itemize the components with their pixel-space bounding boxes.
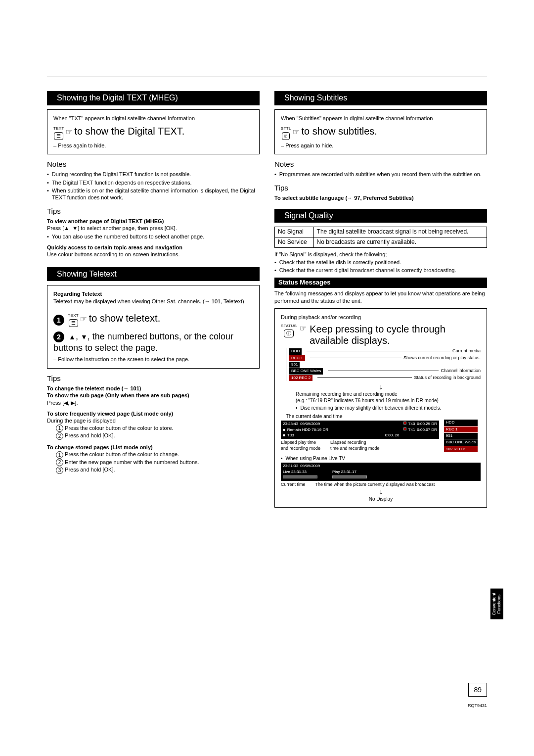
press-finger-icon: ☜ (300, 324, 307, 334)
subtitles-intro: When "Subtitles" appears in digital sate… (281, 115, 481, 122)
tip-heading: To select subtitle language (→ 97, Prefe… (274, 194, 487, 201)
heading-text: Showing Subtitles (284, 94, 347, 102)
osd-label: Channel information (441, 368, 481, 374)
step-2-badge: 2 (53, 331, 64, 342)
status-box: During playback and/or recording STATUS … (274, 308, 487, 508)
subtitles-hide: – Press again to hide. (281, 142, 481, 149)
press-finger-icon: ☜ (80, 314, 87, 325)
down-icon: ▼ (81, 333, 88, 341)
mheg-intro: When "TXT" appears in digital satellite … (53, 115, 253, 122)
osd-label: Shows current recording or play status. (403, 355, 481, 361)
tip-heading: Quickly access to certain topic areas an… (47, 244, 260, 251)
follow-text: – Follow the instruction on the screen t… (53, 356, 253, 363)
remain-note: Remaining recording time and recording m… (296, 391, 481, 404)
mheg-box: When "TXT" appears in digital satellite … (47, 109, 260, 154)
circle-2-icon: 2 (56, 459, 63, 466)
press-finger-icon: ☜ (66, 127, 73, 138)
tips-heading: Tips (47, 374, 260, 383)
table-cell: No Service (275, 237, 314, 247)
up-icon: ▲ (69, 333, 76, 341)
disc-note: Disc remaining time may slightly differ … (296, 405, 481, 411)
osd3-bar: 23:31:3309/09/2009 Live 23:31.33 Play 23… (281, 463, 481, 481)
numbered-step: 1 Press the colour button of the colour … (47, 425, 260, 432)
button-label-text: TEXT (68, 313, 79, 318)
circle-1-icon: 1 (56, 451, 63, 459)
note-item: During recording the Digital TEXT functi… (47, 171, 260, 178)
note-item: Programmes are recorded with subtitles w… (274, 171, 487, 178)
osd-chip-channelname: BBC ONE Wales (444, 439, 478, 445)
osd-chip-rec2: 102 REC 2 (444, 446, 478, 452)
status-messages-heading: Status Messages (274, 278, 487, 288)
signal-after: If "No Signal" is displayed, check the f… (274, 251, 487, 258)
osd-chip-channel: 951 (444, 433, 478, 439)
heading-text: Showing Teletext (57, 270, 117, 278)
tip-body: Press [◀, ▶]. (47, 399, 260, 406)
side-tab: Convenient Functions (490, 589, 503, 619)
tips-heading: Tips (47, 206, 260, 216)
osd-chip-channel: 951 (289, 362, 300, 368)
table-row: No Service No broadcasts are currently a… (275, 237, 487, 247)
circle-2-icon: 2 (56, 432, 63, 440)
status-intro: The following messages and displays appe… (274, 290, 487, 304)
table-cell: No broadcasts are currently available. (313, 237, 487, 247)
step1-text: to show teletext. (89, 313, 161, 324)
page-number: 89 (468, 683, 487, 697)
step2-row: 2 ▲, ▼, the numbered buttons, or the col… (53, 331, 253, 354)
note-item: The Digital TEXT function depends on res… (47, 179, 260, 186)
subtitles-action: to show subtitles. (301, 126, 377, 137)
teletext-box: Regarding Teletext Teletext may be displ… (47, 285, 260, 368)
table-cell: The digital satellite broadcast signal i… (313, 227, 487, 237)
signal-bullet: Check that the satellite dish is correct… (274, 259, 487, 266)
during-text: During playback and/or recording (281, 314, 481, 321)
tip-heading: To change stored pages (List mode only) (47, 444, 260, 451)
heading-text: Showing the Digital TEXT (MHEG) (57, 94, 178, 102)
osd2-wrap: 23:28:4309/09/2009 ■Remain HDD 76:19 DR … (281, 420, 481, 452)
section-heading-mheg: Showing the Digital TEXT (MHEG) (47, 91, 260, 105)
tip-body: Use colour buttons according to on-scree… (47, 251, 260, 258)
osd-chip-hdd: HDD (444, 420, 478, 425)
subtitles-box: When "Subtitles" appears in digital sate… (274, 109, 487, 154)
arrow-down-icon: ↓ (281, 383, 481, 391)
numbered-step: 2 Press and hold [OK]. (47, 432, 260, 440)
button-label-status: STATUS (281, 324, 297, 329)
date-note: The current date and time (286, 413, 481, 420)
pause-note: When using Pause Live TV (281, 455, 481, 462)
table-row: No Signal The digital satellite broadcas… (275, 227, 487, 237)
tip-heading: To store frequently viewed page (List mo… (47, 410, 260, 417)
osd-label: Status of recording in background (414, 375, 481, 381)
tip-subtext: During the page is displayed (47, 417, 260, 424)
tip-heading: To show the sub page (Only when there ar… (47, 392, 260, 399)
numbered-step: 1 Press the colour button of the colour … (47, 451, 260, 459)
numbered-step: 3 Press and hold [OK]. (47, 466, 260, 474)
document-id: RQT9431 (468, 703, 487, 709)
osd-chip-rec2: 102 REC 2 (289, 375, 312, 381)
notes-heading: Notes (274, 159, 487, 169)
osd-chip-rec1: REC 1 (289, 355, 305, 361)
arrow-down-icon: ↓ (281, 488, 481, 496)
step-1-badge: 1 (53, 315, 64, 326)
notes-heading: Notes (47, 159, 260, 169)
circle-1-icon: 1 (56, 425, 63, 432)
button-label-sttl: STTL (281, 126, 291, 131)
heading-text: Signal Quality (284, 211, 333, 220)
text-button-icon: ☰ (54, 132, 63, 140)
signal-bullet: Check that the current digital broadcast… (274, 267, 487, 274)
sttl-button-icon: ⎚ (282, 132, 290, 140)
table-cell: No Signal (275, 227, 314, 237)
status-action: Keep pressing to cycle through available… (310, 324, 481, 346)
osd2-bar: 23:28:4309/09/2009 ■Remain HDD 76:19 DR … (281, 421, 439, 439)
signal-quality-table: No Signal The digital satellite broadcas… (274, 227, 487, 247)
circle-3-icon: 3 (56, 467, 63, 474)
tip-body: Press [▲, ▼] to select another page, the… (47, 225, 260, 232)
button-label-text: TEXT (53, 126, 64, 131)
no-display: No Display (281, 496, 481, 502)
section-heading-teletext: Showing Teletext (47, 267, 260, 282)
tips-heading: Tips (274, 183, 487, 193)
osd-chip-rec1: REC 1 (444, 426, 478, 432)
up-down-icon: ▲, ▼ (64, 225, 78, 232)
tip-heading: To change the teletext mode (→ 101) (47, 385, 260, 392)
text-button-icon: ☰ (69, 319, 78, 327)
regarding-heading: Regarding Teletext (53, 290, 253, 297)
tip-bullet: You can also use the numbered buttons to… (47, 233, 260, 240)
tip-heading: To view another page of Digital TEXT (MH… (47, 218, 260, 225)
